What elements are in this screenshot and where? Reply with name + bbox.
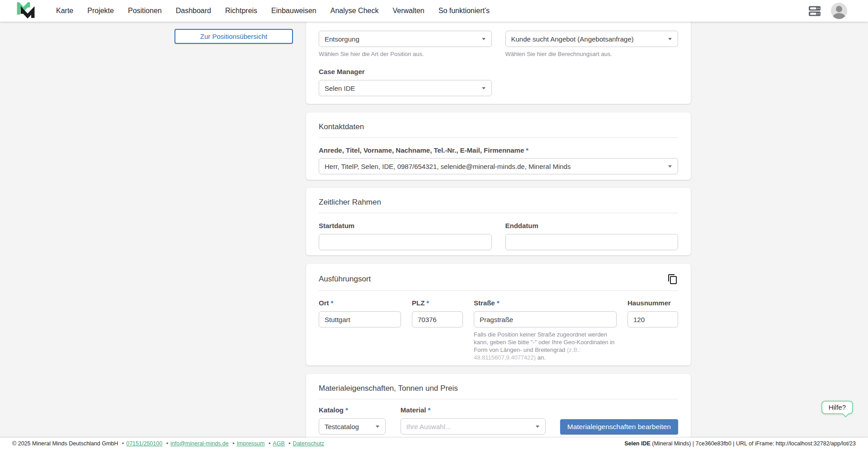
- user-avatar-icon[interactable]: [831, 3, 847, 19]
- housenumber-field: Hausnummer: [627, 299, 678, 327]
- help-bubble-tail: [842, 411, 849, 418]
- street-label: Straße*: [474, 299, 500, 307]
- city-input[interactable]: [319, 311, 401, 327]
- catalog-label-text: Katalog: [319, 406, 344, 414]
- execution-location-card: Ausführungsort Ort* PLZ* Straße*: [306, 264, 691, 365]
- divider: [319, 213, 678, 213]
- chevron-down-icon: [536, 426, 539, 428]
- material-field: Material* Ihre Auswahl...: [401, 406, 546, 435]
- contact-field-label: Anrede, Titel, Vorname, Nachname, Tel.-N…: [319, 146, 678, 154]
- startdate-label: Startdatum: [319, 222, 354, 229]
- nav-item-analyse-check[interactable]: Analyse Check: [330, 7, 379, 15]
- material-card: Materialeigenschaften, Tonnen und Preis …: [306, 374, 691, 446]
- footer-link-datenschutz[interactable]: Datenschutz: [293, 440, 324, 447]
- required-marker: *: [497, 299, 500, 307]
- case-manager-select[interactable]: Selen IDE: [319, 80, 492, 96]
- startdate-input[interactable]: [319, 234, 492, 250]
- separator-dot: •: [122, 440, 124, 447]
- street-field: Straße* Falls die Position keiner Straße…: [474, 299, 617, 361]
- catalog-field: Katalog* Testcatalog: [319, 406, 386, 435]
- mineral-minds-logo-icon[interactable]: [16, 2, 35, 19]
- nav-item-projekte[interactable]: Projekte: [87, 7, 114, 15]
- nav-item-positionen[interactable]: Positionen: [128, 7, 162, 15]
- footer-left: © 2025 Mineral Minds Deutschland GmbH •0…: [12, 440, 324, 447]
- material-select[interactable]: Ihre Auswahl...: [401, 418, 546, 435]
- edit-material-properties-button[interactable]: Materialeigenschaften bearbeiten: [560, 419, 678, 435]
- server-stack-icon[interactable]: [808, 5, 821, 17]
- nav-item-dashboard[interactable]: Dashboard: [176, 7, 211, 15]
- nav-item-einbauweisen[interactable]: Einbauweisen: [271, 7, 316, 15]
- required-marker: *: [526, 146, 528, 154]
- session-user: Selen IDE: [624, 440, 651, 447]
- nav-item-richtpreis[interactable]: Richtpreis: [225, 7, 257, 15]
- position-type-select[interactable]: Entsorgung: [319, 31, 492, 47]
- footer-link-impressum[interactable]: Impressum: [237, 440, 265, 447]
- footer-link-agb[interactable]: AGB: [273, 440, 284, 447]
- enddate-input[interactable]: [505, 234, 679, 250]
- topbar-actions: [808, 3, 847, 19]
- nav-item-verwalten[interactable]: Verwalten: [392, 7, 424, 15]
- position-type-field: Entsorgung Wählen Sie hier die Art der P…: [319, 31, 492, 58]
- separator-dot: •: [232, 440, 234, 447]
- contact-select[interactable]: Herr, TitelP, Selen, IDE, 0987/654321, s…: [319, 158, 678, 174]
- help-button-label: Hilfe?: [829, 403, 846, 411]
- nav-item-so-funktionierts[interactable]: So funktioniert's: [439, 7, 490, 15]
- street-input[interactable]: [474, 311, 617, 327]
- startdate-field: Startdatum: [319, 222, 492, 250]
- calculation-type-field: Kunde sucht Angebot (Angebotsanfrage) Wä…: [505, 31, 679, 58]
- material-placeholder: Ihre Auswahl...: [406, 423, 451, 430]
- footer-session-info: Selen IDE (Mineral Minds) | 7ce360e83fb0…: [624, 440, 856, 447]
- enddate-field: Enddatum: [505, 222, 679, 250]
- chevron-down-icon: [668, 165, 672, 168]
- zip-field: PLZ*: [412, 299, 463, 327]
- city-label: Ort*: [319, 299, 333, 307]
- top-navigation-bar: Karte Projekte Positionen Dashboard Rich…: [0, 0, 868, 22]
- back-to-positions-button[interactable]: Zur Positionsübersicht: [175, 29, 293, 44]
- material-label: Material*: [401, 406, 431, 414]
- catalog-label: Katalog*: [319, 406, 348, 414]
- required-marker: *: [426, 299, 429, 307]
- zip-label: PLZ*: [412, 299, 429, 307]
- position-type-value: Entsorgung: [325, 35, 359, 43]
- enddate-label: Enddatum: [505, 222, 538, 229]
- divider: [319, 399, 678, 399]
- session-details: (Mineral Minds) | 7ce360e83fb0 | URL of …: [651, 440, 856, 447]
- copy-icon[interactable]: [667, 274, 678, 285]
- help-button[interactable]: Hilfe?: [821, 401, 853, 414]
- main-nav: Karte Projekte Positionen Dashboard Rich…: [56, 7, 490, 15]
- nav-item-karte[interactable]: Karte: [56, 7, 73, 15]
- contact-select-value: Herr, TitelP, Selen, IDE, 0987/654321, s…: [325, 163, 571, 170]
- timeframe-card: Zeitlicher Rahmen Startdatum Enddatum: [306, 188, 691, 255]
- zip-label-text: PLZ: [412, 299, 425, 307]
- case-manager-label: Case Manager: [319, 68, 365, 75]
- material-card-title: Materialeigenschaften, Tonnen und Preis: [319, 384, 678, 393]
- calculation-type-select[interactable]: Kunde sucht Angebot (Angebotsanfrage): [505, 31, 679, 47]
- footer-link-email[interactable]: info@mineral-minds.de: [170, 440, 229, 447]
- position-type-card: Entsorgung Wählen Sie hier die Art der P…: [306, 11, 691, 104]
- separator-dot: •: [288, 440, 290, 447]
- calculation-type-value: Kunde sucht Angebot (Angebotsanfrage): [511, 35, 634, 43]
- material-label-text: Material: [401, 406, 426, 414]
- housenumber-input[interactable]: [627, 311, 678, 327]
- case-manager-value: Selen IDE: [325, 84, 355, 92]
- footer: © 2025 Mineral Minds Deutschland GmbH •0…: [0, 438, 868, 449]
- zip-input[interactable]: [412, 311, 463, 327]
- street-hint-end: an.: [536, 354, 546, 361]
- calculation-type-hint: Wählen Sie hier die Berechnungsart aus.: [505, 50, 679, 58]
- avatar-body: [833, 13, 845, 19]
- required-marker: *: [345, 406, 348, 414]
- contact-card-title: Kontaktdaten: [319, 122, 678, 131]
- separator-dot: •: [166, 440, 168, 447]
- divider: [319, 290, 678, 291]
- location-card-title: Ausführungsort: [319, 275, 371, 284]
- copyright-text: © 2025 Mineral Minds Deutschland GmbH: [12, 440, 118, 447]
- avatar-head: [836, 6, 842, 12]
- case-manager-field: Case Manager Selen IDE: [319, 68, 678, 96]
- contact-data-card: Kontaktdaten Anrede, Titel, Vorname, Nac…: [306, 112, 691, 180]
- required-marker: *: [428, 406, 431, 414]
- footer-link-phone[interactable]: 07151/250100: [126, 440, 162, 447]
- city-label-text: Ort: [319, 299, 329, 307]
- catalog-select[interactable]: Testcatalog: [319, 418, 386, 435]
- position-type-hint: Wählen Sie hier die Art der Position aus…: [319, 50, 492, 58]
- street-hint: Falls die Position keiner Straße zugeord…: [474, 331, 617, 361]
